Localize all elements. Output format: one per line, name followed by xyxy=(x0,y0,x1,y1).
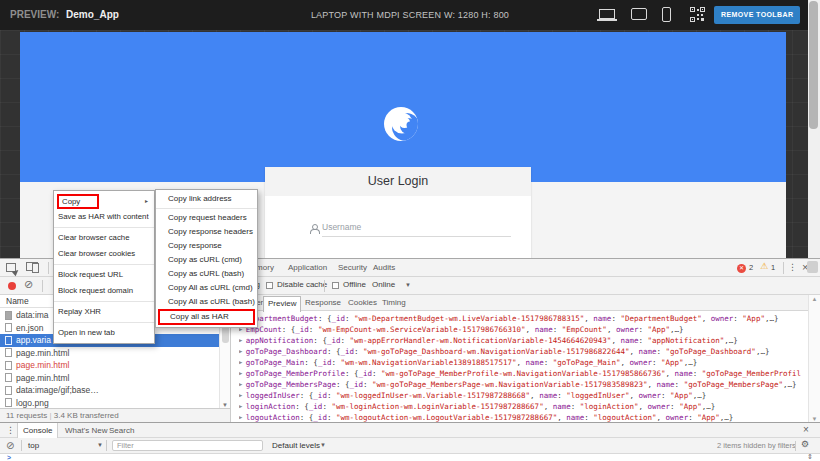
tablet-device-icon[interactable] xyxy=(631,8,647,20)
menu-item-save-as-har-with-content[interactable]: Save as HAR with content xyxy=(54,209,154,225)
detail-tab-preview[interactable]: Preview xyxy=(263,296,301,312)
devtools-tab-application[interactable]: Application xyxy=(288,259,327,276)
offline-label[interactable]: Offline xyxy=(343,280,366,289)
laptop-device-icon[interactable] xyxy=(599,9,615,19)
console-settings-gear-icon[interactable]: ⚙ xyxy=(801,439,809,449)
request-name: logo.png xyxy=(16,397,49,409)
user-icon xyxy=(309,224,319,234)
console-filter-input[interactable] xyxy=(112,440,263,451)
detail-tab-timing[interactable]: Timing xyxy=(382,295,406,311)
menu-item-block-request-url[interactable]: Block request URL xyxy=(54,267,154,283)
image-file-icon xyxy=(5,311,12,320)
request-row-data-image-gif-base[interactable]: data:image/gif;base… xyxy=(0,384,219,397)
chevron-down-icon[interactable]: ▼ xyxy=(320,442,326,448)
page-scrollbar[interactable] xyxy=(808,0,820,258)
menu-item-copy-request-headers[interactable]: Copy request headers xyxy=(156,211,257,225)
browser-window: PREVIEW: Demo_App LAPTOP WITH MDPI SCREE… xyxy=(0,0,820,461)
login-card: User Login xyxy=(265,167,531,258)
variable-row-gotopage-main[interactable]: ▶ goToPage_Main: {_id: "wm-wm.Navigation… xyxy=(239,357,801,368)
menu-item-copy-as-curl-cmd[interactable]: Copy as cURL (cmd) xyxy=(156,253,257,267)
preview-title: PREVIEW: Demo_App xyxy=(10,9,119,20)
menu-item-copy-all-as-curl-bash[interactable]: Copy All as cURL (bash) xyxy=(156,295,257,309)
drawer-tab-console[interactable]: Console xyxy=(17,423,58,438)
detail-tab-cookies[interactable]: Cookies xyxy=(348,295,377,311)
menu-item-copy-as-curl-bash[interactable]: Copy as cURL (bash) xyxy=(156,267,257,281)
variable-row-gotopage-dashboard[interactable]: ▶ goToPage_Dashboard: {_id: "wm-goToPage… xyxy=(239,346,801,357)
menu-item-copy-response-headers[interactable]: Copy response headers xyxy=(156,225,257,239)
warning-icon[interactable]: ⚠ xyxy=(760,261,768,271)
menu-item-copy-link-address[interactable]: Copy link address xyxy=(156,192,257,206)
menu-separator xyxy=(156,208,257,209)
variable-row-gotopage-memberspage[interactable]: ▶ goToPage_MembersPage: {_id: "wm-goToPa… xyxy=(239,379,801,390)
menu-item-clear-browser-cookies[interactable]: Clear browser cookies xyxy=(54,246,154,262)
device-toolbar-icon[interactable] xyxy=(26,262,39,273)
error-badge-icon[interactable]: ✕ xyxy=(737,264,746,273)
console-log-area[interactable]: > ⇕ xyxy=(0,454,820,461)
menu-item-block-request-domain[interactable]: Block request domain xyxy=(54,283,154,299)
variable-row-departmentbudget[interactable]: ▶ DepartmentBudget: {_id: "wm-Department… xyxy=(239,313,801,324)
drawer-close-icon[interactable]: × xyxy=(803,424,809,435)
menu-item-open-in-new-tab[interactable]: Open in new tab xyxy=(54,325,154,341)
menu-item-copy[interactable]: Copy▸ xyxy=(54,193,154,209)
clear-network-icon[interactable]: ⊘ xyxy=(24,278,33,291)
scrollbar-corner xyxy=(807,261,818,273)
execution-context-select[interactable]: top xyxy=(28,441,39,450)
page-scrollbar-thumb[interactable] xyxy=(809,1,818,129)
copy-submenu: Copy link addressCopy request headersCop… xyxy=(155,189,258,328)
chevron-down-icon[interactable]: ▼ xyxy=(97,442,103,448)
variable-row-loginaction[interactable]: ▶ loginAction: {_id: "wm-loginAction-wm.… xyxy=(239,401,801,412)
request-row-page-min-html[interactable]: page.min.html xyxy=(0,372,219,385)
offline-checkbox[interactable] xyxy=(332,282,339,289)
log-levels-select[interactable]: Default levels xyxy=(272,441,320,450)
menu-separator xyxy=(54,264,154,265)
file-file-icon xyxy=(5,323,12,332)
file-file-icon xyxy=(5,386,12,395)
file-file-icon xyxy=(5,373,12,382)
preview-label: PREVIEW: xyxy=(10,9,59,20)
devtools-tab-audits[interactable]: Audits xyxy=(373,259,395,276)
variable-row-appnotification[interactable]: ▶ appNotification: {_id: "wm-appErrorHan… xyxy=(239,335,801,346)
devtools-tab-security[interactable]: Security xyxy=(338,259,367,276)
file-file-icon xyxy=(5,348,12,357)
username-input[interactable] xyxy=(322,217,511,237)
console-prompt-icon: > xyxy=(7,454,11,461)
error-count[interactable]: 2 xyxy=(749,263,753,272)
file-file-icon xyxy=(5,336,12,345)
device-info: LAPTOP WITH MDPI SCREEN W: 1280 H: 800 xyxy=(311,10,509,20)
request-name: app.varia xyxy=(16,334,51,347)
scroll-up-icon[interactable]: ▲ xyxy=(809,296,820,302)
preview-scrollbar[interactable]: ▲ ▼ xyxy=(808,295,820,423)
variable-row-gotopage-memberprofile[interactable]: ▶ goToPage_MemberProfile: {_id: "wm-goTo… xyxy=(239,368,801,379)
menu-item-copy-response[interactable]: Copy response xyxy=(156,239,257,253)
chevron-down-icon[interactable]: ▼ xyxy=(405,282,411,288)
menu-item-replay-xhr[interactable]: Replay XHR xyxy=(54,304,154,320)
throttling-select[interactable]: Online xyxy=(372,280,395,289)
submenu-arrow-icon: ▸ xyxy=(145,193,148,209)
remove-toolbar-button[interactable]: REMOVE TOOLBAR xyxy=(714,6,800,24)
variable-row-loggedinuser[interactable]: ▶ loggedInUser: {_id: "wm-loggedInUser-w… xyxy=(239,390,801,401)
inspect-element-icon[interactable] xyxy=(6,263,16,272)
devtools-menu-icon[interactable]: ⋮ xyxy=(788,262,797,272)
menu-separator xyxy=(54,322,154,323)
disable-cache-label[interactable]: Disable cache xyxy=(277,280,327,289)
record-network-icon[interactable] xyxy=(8,282,16,290)
qr-code-icon[interactable] xyxy=(690,7,705,26)
clear-console-icon[interactable]: ⊘ xyxy=(6,440,14,451)
menu-item-copy-all-as-har[interactable]: Copy all as HAR xyxy=(158,309,255,325)
drawer-tab-search[interactable]: Search xyxy=(104,423,139,438)
disable-cache-checkbox[interactable] xyxy=(266,282,273,289)
console-drawer: ⋮ ConsoleWhat's NewSearch × ⊘ top ▼ Defa… xyxy=(0,422,820,461)
request-row-page-min-html[interactable]: page.min.html xyxy=(0,359,219,372)
divider xyxy=(48,262,49,274)
drawer-menu-icon[interactable]: ⋮ xyxy=(6,425,15,435)
phone-device-icon[interactable] xyxy=(662,7,671,22)
menu-separator xyxy=(54,301,154,302)
variable-row-empcount[interactable]: ▶ EmpCount: {_id: "wm-EmpCount-wm.Servic… xyxy=(239,324,801,335)
request-row-page-min-html[interactable]: page.min.html xyxy=(0,347,219,360)
request-row-logo-png[interactable]: logo.png xyxy=(0,397,219,409)
warning-count[interactable]: 1 xyxy=(771,263,775,272)
file-file-icon xyxy=(5,361,12,370)
menu-item-clear-browser-cache[interactable]: Clear browser cache xyxy=(54,230,154,246)
menu-item-copy-all-as-curl-cmd[interactable]: Copy All as cURL (cmd) xyxy=(156,281,257,295)
detail-tab-response[interactable]: Response xyxy=(305,295,341,311)
